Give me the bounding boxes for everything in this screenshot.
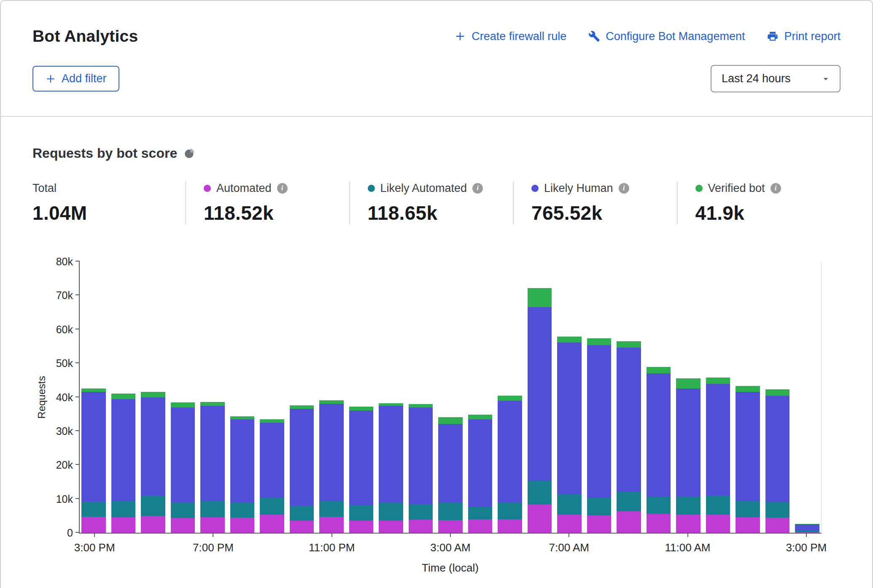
- bar-segment-likely_automated[interactable]: [171, 502, 195, 518]
- chart-bar[interactable]: [438, 262, 463, 533]
- bar-segment-likely_human[interactable]: [557, 343, 582, 494]
- bar-segment-verified_bot[interactable]: [349, 407, 374, 410]
- bar-segment-verified_bot[interactable]: [141, 392, 165, 397]
- bar-segment-automated[interactable]: [230, 518, 255, 533]
- bar-segment-likely_human[interactable]: [349, 410, 374, 505]
- bar-segment-automated[interactable]: [468, 519, 493, 533]
- bar-segment-verified_bot[interactable]: [438, 417, 463, 424]
- chart-bar[interactable]: [409, 262, 433, 533]
- bar-segment-likely_automated[interactable]: [81, 502, 106, 517]
- bar-segment-verified_bot[interactable]: [498, 396, 522, 401]
- bar-segment-verified_bot[interactable]: [468, 415, 493, 419]
- chart-bar[interactable]: [706, 262, 730, 533]
- bar-segment-verified_bot[interactable]: [200, 402, 225, 406]
- bar-segment-verified_bot[interactable]: [647, 367, 671, 373]
- chart-bar[interactable]: [587, 262, 612, 533]
- bar-segment-likely_human[interactable]: [81, 392, 106, 502]
- info-icon[interactable]: [472, 183, 483, 194]
- bar-segment-likely_automated[interactable]: [349, 505, 374, 521]
- bar-segment-likely_human[interactable]: [438, 424, 463, 502]
- chart-bar[interactable]: [260, 262, 284, 533]
- bar-segment-likely_human[interactable]: [795, 524, 819, 530]
- configure-bot-management-link[interactable]: Configure Bot Management: [588, 30, 745, 43]
- bar-segment-automated[interactable]: [409, 520, 433, 533]
- bar-segment-likely_human[interactable]: [200, 406, 225, 502]
- chart-bar[interactable]: [230, 262, 255, 533]
- bar-segment-automated[interactable]: [111, 517, 136, 533]
- bar-segment-likely_automated[interactable]: [765, 502, 790, 518]
- chart-bar[interactable]: [111, 262, 136, 533]
- bar-segment-likely_automated[interactable]: [557, 494, 582, 515]
- chart-bar[interactable]: [468, 262, 493, 533]
- bar-segment-automated[interactable]: [141, 516, 165, 533]
- bar-segment-automated[interactable]: [706, 515, 730, 533]
- chart-bar[interactable]: [557, 262, 582, 533]
- print-report-link[interactable]: Print report: [767, 30, 841, 43]
- bar-segment-likely_human[interactable]: [230, 419, 255, 502]
- bar-segment-likely_human[interactable]: [706, 384, 730, 496]
- chart-bar[interactable]: [795, 262, 819, 533]
- chart-bar[interactable]: [528, 262, 552, 533]
- bar-segment-likely_human[interactable]: [647, 373, 671, 496]
- bar-segment-verified_bot[interactable]: [587, 338, 612, 345]
- bar-segment-likely_automated[interactable]: [379, 502, 403, 521]
- bar-segment-verified_bot[interactable]: [171, 402, 195, 407]
- bar-segment-verified_bot[interactable]: [409, 404, 433, 407]
- bar-segment-verified_bot[interactable]: [617, 341, 641, 348]
- chart-bar[interactable]: [200, 262, 225, 533]
- bar-segment-automated[interactable]: [81, 517, 106, 533]
- bar-segment-likely_human[interactable]: [260, 423, 284, 497]
- chart-bar[interactable]: [290, 262, 314, 533]
- info-icon[interactable]: [277, 183, 288, 194]
- bar-segment-automated[interactable]: [736, 517, 760, 533]
- bar-segment-automated[interactable]: [617, 511, 641, 533]
- bar-segment-automated[interactable]: [349, 521, 374, 533]
- bar-segment-likely_human[interactable]: [111, 399, 136, 501]
- chart-bar[interactable]: [765, 262, 790, 533]
- bar-segment-likely_human[interactable]: [468, 419, 493, 507]
- bar-segment-likely_automated[interactable]: [647, 496, 671, 514]
- bar-segment-automated[interactable]: [379, 521, 403, 533]
- bar-segment-likely_human[interactable]: [676, 388, 701, 496]
- bar-segment-likely_human[interactable]: [765, 396, 790, 502]
- bar-segment-likely_automated[interactable]: [468, 507, 493, 519]
- bar-segment-likely_automated[interactable]: [409, 504, 433, 520]
- bar-segment-verified_bot[interactable]: [765, 389, 790, 395]
- bar-segment-automated[interactable]: [676, 515, 701, 533]
- chart-bar[interactable]: [81, 262, 106, 533]
- bar-segment-automated[interactable]: [557, 515, 582, 533]
- bar-segment-automated[interactable]: [587, 515, 612, 533]
- bar-segment-likely_automated[interactable]: [706, 496, 730, 515]
- bar-segment-likely_automated[interactable]: [260, 497, 284, 515]
- bar-segment-likely_automated[interactable]: [290, 506, 314, 521]
- bar-segment-verified_bot[interactable]: [260, 419, 284, 423]
- chart-bar[interactable]: [319, 262, 344, 533]
- bar-segment-likely_automated[interactable]: [528, 480, 552, 504]
- bar-segment-automated[interactable]: [765, 518, 790, 533]
- bar-segment-likely_automated[interactable]: [230, 502, 255, 518]
- bar-segment-automated[interactable]: [498, 519, 522, 533]
- bar-segment-automated[interactable]: [319, 517, 344, 533]
- bar-segment-likely_human[interactable]: [498, 401, 522, 502]
- info-icon[interactable]: [771, 183, 781, 194]
- bar-segment-verified_bot[interactable]: [706, 378, 730, 384]
- chart-bar[interactable]: [736, 262, 760, 533]
- bar-segment-verified_bot[interactable]: [736, 386, 760, 392]
- chart-bar[interactable]: [647, 262, 671, 533]
- bar-segment-verified_bot[interactable]: [111, 394, 136, 399]
- bar-segment-verified_bot[interactable]: [81, 388, 106, 392]
- bar-segment-likely_human[interactable]: [141, 397, 165, 496]
- bar-segment-verified_bot[interactable]: [319, 400, 344, 404]
- bar-segment-likely_human[interactable]: [736, 392, 760, 500]
- create-firewall-rule-link[interactable]: Create firewall rule: [454, 30, 566, 43]
- chart-bar[interactable]: [349, 262, 374, 533]
- bar-segment-likely_human[interactable]: [379, 406, 403, 503]
- chart-bar[interactable]: [379, 262, 403, 533]
- bar-segment-verified_bot[interactable]: [676, 378, 701, 388]
- bar-segment-likely_automated[interactable]: [319, 501, 344, 517]
- bar-segment-likely_automated[interactable]: [617, 492, 641, 512]
- bar-segment-likely_automated[interactable]: [111, 501, 136, 517]
- add-filter-button[interactable]: Add filter: [32, 66, 119, 92]
- bar-segment-likely_human[interactable]: [617, 348, 641, 492]
- chart-bar[interactable]: [498, 262, 522, 533]
